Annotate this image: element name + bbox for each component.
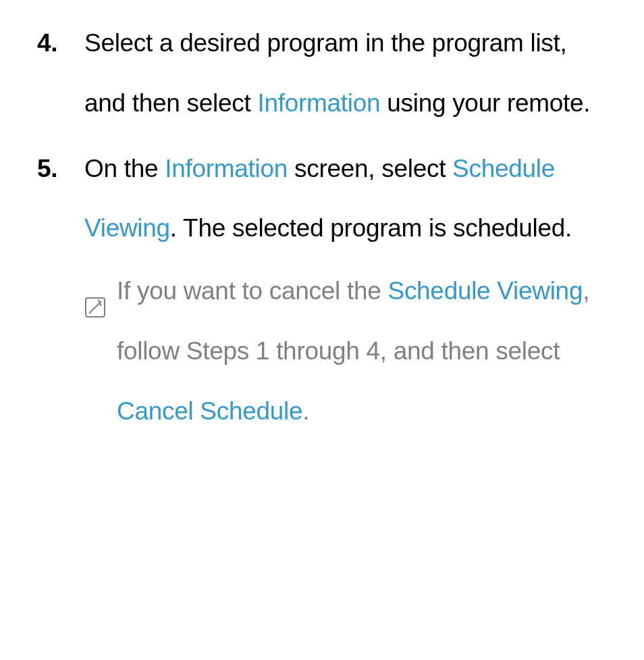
svg-line-1 [89,301,101,313]
step-number-4: 4. [37,14,57,74]
step-4-text-2: using your remote. [380,89,590,117]
step-5: 5. On the Information screen, select Sch… [64,139,607,442]
note-highlight-1: Schedule Viewing [388,277,583,305]
note-text-1: If you want to cancel the [117,277,388,305]
step-5-body: On the Information screen, select Schedu… [64,139,607,259]
step-4-highlight-1: Information [257,89,380,117]
step-5-text-2: screen, select [288,155,452,182]
step-5-text-3: . The selected program is scheduled. [170,214,572,242]
note-highlight-2: Cancel Schedule [117,397,302,425]
note-text-3: . [302,397,309,425]
step-4: 4. Select a desired program in the progr… [64,14,607,134]
step-5-highlight-1: Information [165,155,288,182]
note: If you want to cancel the Schedule Viewi… [64,261,607,441]
step-number-5: 5. [37,139,57,199]
step-4-body: Select a desired program in the program … [64,14,607,134]
note-icon [84,280,106,302]
step-5-text-1: On the [84,155,165,182]
